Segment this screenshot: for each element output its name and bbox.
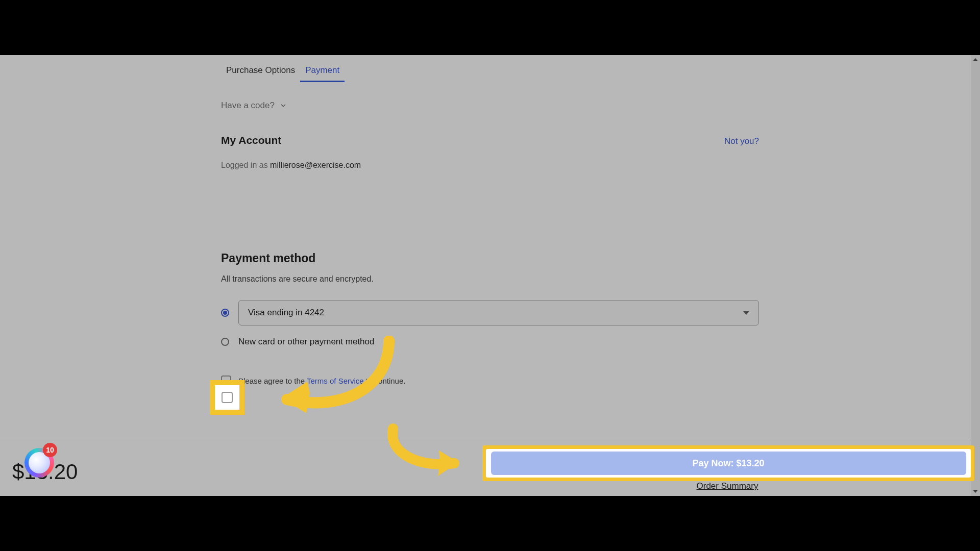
have-a-code-label: Have a code?	[221, 101, 275, 111]
saved-card-select[interactable]: Visa ending in 4242	[238, 300, 759, 325]
logged-in-prefix: Logged in as	[221, 161, 270, 169]
logged-in-text: Logged in as millierose@exercise.com	[221, 161, 759, 170]
viewport: Purchase Options Payment Have a code? My…	[0, 55, 980, 496]
saved-card-label: Visa ending in 4242	[248, 308, 324, 318]
tab-payment[interactable]: Payment	[300, 64, 345, 82]
footer-bar: $13.20 Pay Now: $13.20 Order Summary	[0, 440, 980, 496]
dropdown-caret-icon	[743, 311, 749, 315]
new-card-row: New card or other payment method	[221, 337, 759, 347]
have-a-code-toggle[interactable]: Have a code?	[221, 101, 759, 111]
tos-row: Please agree to the Terms of Service to …	[221, 375, 759, 386]
main-column: Purchase Options Payment Have a code? My…	[221, 55, 759, 450]
saved-card-row: Visa ending in 4242	[221, 300, 759, 325]
letterbox-top	[0, 0, 980, 55]
account-header-row: My Account Not you?	[221, 134, 759, 146]
new-card-radio[interactable]	[221, 338, 229, 346]
chat-widget-badge: 10	[43, 443, 57, 457]
tos-suffix: to continue.	[364, 377, 406, 385]
tos-prefix: Please agree to the	[238, 377, 307, 385]
tos-checkbox[interactable]	[221, 375, 231, 386]
scroll-down-button[interactable]	[971, 487, 980, 496]
chat-widget[interactable]: 10	[20, 444, 56, 480]
scroll-up-button[interactable]	[971, 55, 980, 64]
my-account-title: My Account	[221, 134, 281, 146]
payment-method-note: All transactions are secure and encrypte…	[221, 274, 759, 284]
letterbox-bottom	[0, 496, 980, 551]
chevron-down-icon	[280, 102, 287, 109]
not-you-link[interactable]: Not you?	[724, 136, 759, 146]
tos-text: Please agree to the Terms of Service to …	[238, 377, 405, 385]
pay-now-button[interactable]: Pay Now: $13.20	[490, 450, 965, 476]
order-summary-link[interactable]: Order Summary	[490, 481, 965, 491]
tab-bar: Purchase Options Payment	[221, 55, 759, 82]
tab-purchase-options[interactable]: Purchase Options	[221, 64, 300, 82]
saved-card-radio[interactable]	[221, 309, 229, 317]
tos-link[interactable]: Terms of Service	[307, 377, 364, 385]
payment-method-title: Payment method	[221, 252, 759, 265]
new-card-label: New card or other payment method	[238, 337, 374, 347]
page-content: Purchase Options Payment Have a code? My…	[0, 55, 980, 496]
scrollbar[interactable]	[971, 55, 980, 496]
logged-in-email: millierose@exercise.com	[270, 161, 361, 169]
